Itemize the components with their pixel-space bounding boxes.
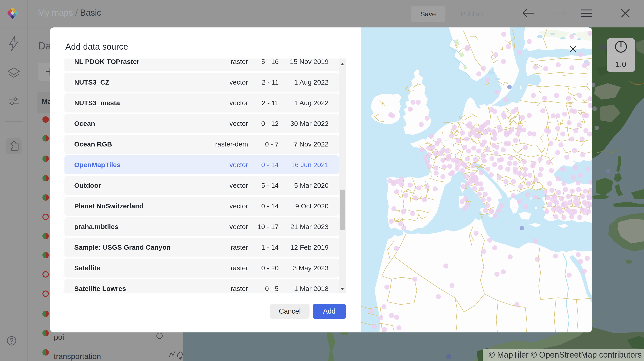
svg-text:1.0: 1.0 [616, 60, 626, 68]
svg-text:© MapTiler © OpenStreetMap con: © MapTiler © OpenStreetMap contributors [489, 350, 642, 360]
